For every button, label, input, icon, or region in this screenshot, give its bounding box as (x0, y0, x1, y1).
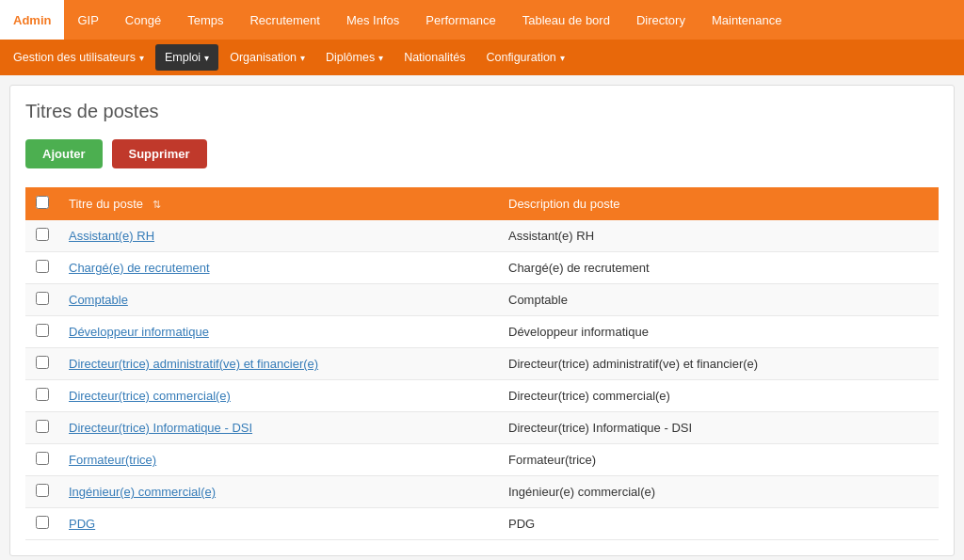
column-description: Description du poste (499, 187, 939, 220)
sub-nav-item-nationalités[interactable]: Nationalités (394, 44, 474, 71)
row-title: Chargé(e) de recrutement (59, 252, 499, 284)
row-checkbox-cell[interactable] (25, 380, 59, 412)
row-title-link[interactable]: Développeur informatique (69, 325, 209, 339)
select-all-checkbox[interactable] (36, 196, 49, 209)
row-checkbox-cell[interactable] (25, 444, 59, 476)
top-nav-item-tableau-de-bord[interactable]: Tableau de bord (509, 0, 623, 40)
table-row: Développeur informatiqueDéveloppeur info… (25, 316, 939, 348)
dropdown-arrow-icon: ▾ (300, 53, 305, 63)
top-nav-item-directory[interactable]: Directory (623, 0, 699, 40)
add-button[interactable]: Ajouter (25, 139, 103, 168)
row-checkbox-cell[interactable] (25, 476, 59, 508)
row-checkbox[interactable] (36, 356, 49, 369)
row-description: Directeur(trice) commercial(e) (499, 380, 939, 412)
sub-nav-item-diplômes[interactable]: Diplômes▾ (316, 44, 393, 71)
row-checkbox[interactable] (36, 228, 49, 241)
row-title-link[interactable]: Directeur(trice) Informatique - DSI (69, 421, 252, 435)
row-description: Directeur(trice) administratif(ve) et fi… (499, 348, 939, 380)
sub-nav-item-organisation[interactable]: Organisation▾ (220, 44, 314, 71)
row-checkbox-cell[interactable] (25, 348, 59, 380)
row-title-link[interactable]: Chargé(e) de recrutement (69, 261, 210, 275)
dropdown-arrow-icon: ▾ (378, 53, 383, 63)
select-all-header[interactable] (25, 187, 59, 220)
action-buttons: Ajouter Supprimer (25, 139, 939, 168)
table-row: Chargé(e) de recrutementChargé(e) de rec… (25, 252, 939, 284)
table-row: Assistant(e) RHAssistant(e) RH (25, 220, 939, 252)
table-row: Directeur(trice) Informatique - DSIDirec… (25, 412, 939, 444)
table-header-row: Titre du poste ⇅ Description du poste (25, 187, 939, 220)
top-navigation: AdminGIPCongéTempsRecrutementMes InfosPe… (0, 0, 964, 40)
delete-button[interactable]: Supprimer (112, 139, 207, 168)
sort-icon: ⇅ (153, 199, 161, 211)
row-checkbox[interactable] (36, 420, 49, 433)
column-description-label: Description du poste (508, 197, 620, 211)
main-content: Titres de postes Ajouter Supprimer Titre… (9, 85, 955, 556)
row-description: Développeur informatique (499, 316, 939, 348)
row-title: Directeur(trice) Informatique - DSI (59, 412, 499, 444)
dropdown-arrow-icon: ▾ (204, 53, 209, 63)
dropdown-arrow-icon: ▾ (560, 53, 565, 63)
row-title-link[interactable]: Directeur(trice) administratif(ve) et fi… (69, 357, 318, 371)
row-checkbox[interactable] (36, 324, 49, 337)
row-checkbox[interactable] (36, 484, 49, 497)
dropdown-arrow-icon: ▾ (139, 53, 144, 63)
row-title: Développeur informatique (59, 316, 499, 348)
row-checkbox[interactable] (36, 260, 49, 273)
row-checkbox[interactable] (36, 292, 49, 305)
row-title-link[interactable]: Formateur(trice) (69, 453, 156, 467)
column-title[interactable]: Titre du poste ⇅ (59, 187, 499, 220)
row-title: Directeur(trice) administratif(ve) et fi… (59, 348, 499, 380)
top-nav-item-mes-infos[interactable]: Mes Infos (333, 0, 412, 40)
top-nav-item-gip[interactable]: GIP (64, 0, 111, 40)
row-checkbox[interactable] (36, 452, 49, 465)
row-description: Directeur(trice) Informatique - DSI (499, 412, 939, 444)
row-title: Ingénieur(e) commercial(e) (59, 476, 499, 508)
table-row: Ingénieur(e) commercial(e)Ingénieur(e) c… (25, 476, 939, 508)
sub-navigation: Gestion des utilisateurs▾Emploi▾Organisa… (0, 40, 964, 75)
top-nav-item-performance[interactable]: Performance (412, 0, 508, 40)
table-row: Directeur(trice) administratif(ve) et fi… (25, 348, 939, 380)
sub-nav-item-configuration[interactable]: Configuration▾ (476, 44, 573, 71)
row-checkbox[interactable] (36, 388, 49, 401)
top-nav-item-maintenance[interactable]: Maintenance (699, 0, 795, 40)
row-checkbox-cell[interactable] (25, 412, 59, 444)
row-checkbox[interactable] (36, 516, 49, 529)
row-title-link[interactable]: Ingénieur(e) commercial(e) (69, 485, 216, 499)
row-description: Assistant(e) RH (499, 220, 939, 252)
column-title-label: Titre du poste (69, 197, 143, 211)
table-row: Formateur(trice)Formateur(trice) (25, 444, 939, 476)
table-row: Directeur(trice) commercial(e)Directeur(… (25, 380, 939, 412)
top-nav-item-admin[interactable]: Admin (0, 0, 64, 40)
table-row: PDGPDG (25, 508, 939, 540)
row-title-link[interactable]: PDG (69, 517, 95, 531)
top-nav-item-recrutement[interactable]: Recrutement (236, 0, 332, 40)
row-description: Comptable (499, 284, 939, 316)
sub-nav-item-gestion-des-utilisateurs[interactable]: Gestion des utilisateurs▾ (4, 44, 153, 71)
row-checkbox-cell[interactable] (25, 284, 59, 316)
row-title: PDG (59, 508, 499, 540)
row-checkbox-cell[interactable] (25, 252, 59, 284)
row-title: Assistant(e) RH (59, 220, 499, 252)
row-title: Directeur(trice) commercial(e) (59, 380, 499, 412)
table-row: ComptableComptable (25, 284, 939, 316)
table-body: Assistant(e) RHAssistant(e) RHChargé(e) … (25, 220, 939, 540)
row-description: Ingénieur(e) commercial(e) (499, 476, 939, 508)
row-title: Comptable (59, 284, 499, 316)
row-checkbox-cell[interactable] (25, 508, 59, 540)
row-title-link[interactable]: Comptable (69, 293, 128, 307)
row-title-link[interactable]: Assistant(e) RH (69, 229, 154, 243)
row-title: Formateur(trice) (59, 444, 499, 476)
page-title: Titres de postes (25, 101, 939, 122)
row-description: Chargé(e) de recrutement (499, 252, 939, 284)
row-description: PDG (499, 508, 939, 540)
top-nav-item-congé[interactable]: Congé (112, 0, 174, 40)
top-nav-item-temps[interactable]: Temps (174, 0, 236, 40)
row-title-link[interactable]: Directeur(trice) commercial(e) (69, 389, 231, 403)
row-description: Formateur(trice) (499, 444, 939, 476)
sub-nav-item-emploi[interactable]: Emploi▾ (155, 44, 218, 71)
job-titles-table: Titre du poste ⇅ Description du poste As… (25, 187, 939, 540)
row-checkbox-cell[interactable] (25, 316, 59, 348)
row-checkbox-cell[interactable] (25, 220, 59, 252)
